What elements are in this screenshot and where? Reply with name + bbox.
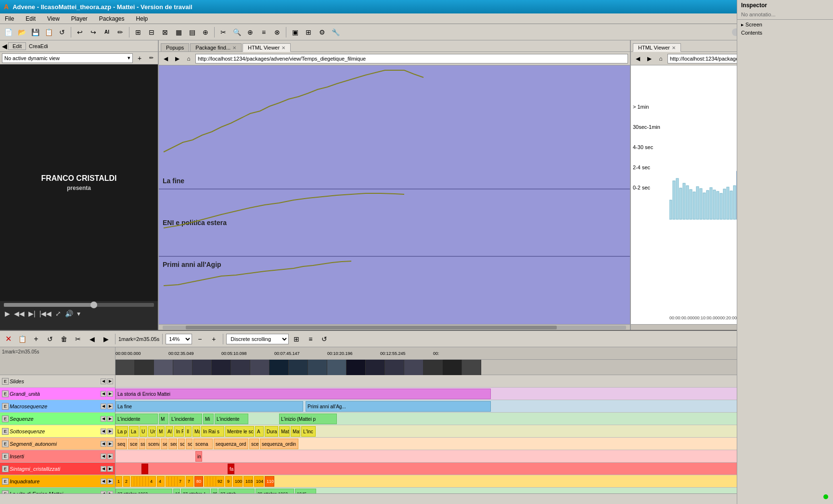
video-progress-bar[interactable] [4, 303, 154, 307]
track-seg-next[interactable]: ▶ [107, 441, 113, 447]
new-button[interactable]: 📄 [2, 26, 14, 38]
block-vita-3[interactable]: 27 ottobre 1 [181, 489, 210, 493]
more-button[interactable]: ▾ [76, 309, 81, 318]
block-sotto-2[interactable]: La [129, 426, 139, 437]
table-button[interactable]: ▤ [186, 26, 198, 38]
track-vita-edit[interactable]: E [2, 491, 9, 494]
block-seg-10[interactable]: sequenza_ord [214, 439, 248, 449]
track-inq-next[interactable]: ▶ [107, 479, 113, 484]
track-grandi-prev[interactable]: ◀ [101, 391, 106, 397]
menu-player[interactable]: Player [68, 14, 90, 23]
block-inq-10[interactable]: 4 [157, 476, 165, 487]
split-button[interactable]: ⊕ [199, 26, 212, 38]
open-button[interactable]: 📂 [15, 26, 28, 38]
block-macro-2[interactable]: Primi anni all'Ag... [306, 401, 491, 412]
menu-help[interactable]: Help [133, 14, 151, 23]
block-seq-5[interactable]: L'incidente [215, 414, 248, 424]
block-seg-6[interactable]: sequ [168, 439, 177, 449]
track-inq-edit[interactable]: E [2, 478, 9, 485]
block-sotto-15[interactable]: Matt [291, 426, 300, 437]
block-inq-25[interactable]: 103 [243, 476, 253, 487]
search-button[interactable]: 🔍 [231, 26, 243, 38]
timeline-prev-button[interactable]: ◀ [86, 333, 98, 345]
align-center-button[interactable]: ⊟ [145, 26, 158, 38]
block-seg-9[interactable]: scena [193, 439, 213, 449]
track-inquadrature[interactable]: E Inquadrature ◀ ▶ [0, 475, 115, 488]
track-vita-mattei[interactable]: E La vita di Enrico Mattei ◀ ▶ [0, 488, 115, 493]
block-sotto-1[interactable]: La p [115, 426, 128, 437]
block-vita-7[interactable]: 1945 [295, 489, 316, 493]
menu-view[interactable]: View [44, 14, 63, 23]
track-segmenti[interactable]: E Segmenti_autonomi ◀ ▶ [0, 438, 115, 450]
track-sotto-edit[interactable]: E [2, 428, 9, 435]
block-inq-16[interactable]: 7 [186, 476, 193, 487]
progress-thumb[interactable] [90, 302, 97, 308]
block-sotto-3[interactable]: U [140, 426, 147, 437]
track-ins-edit[interactable]: E [2, 453, 9, 460]
block-seq-4[interactable]: Mi [203, 414, 214, 424]
block-sint-1[interactable] [141, 464, 148, 474]
align-left-button[interactable]: ⊞ [132, 26, 144, 38]
block-seq-6[interactable]: L'inizio (Mattei p [279, 414, 337, 424]
block-inq-2[interactable]: 2 [123, 476, 130, 487]
grid-button[interactable]: ▦ [172, 26, 185, 38]
block-vita-6[interactable]: 28 ottobre 1962 [256, 489, 294, 493]
pencil-button[interactable]: ✏ [114, 26, 127, 38]
back-button[interactable]: ◀ [161, 54, 170, 63]
block-sotto-4[interactable]: Un [148, 426, 156, 437]
track-slides[interactable]: E Slides ◀ ▶ [0, 375, 115, 388]
zoom-select[interactable]: 14%25%50%100% [166, 334, 192, 344]
zoom-increase-button[interactable]: + [207, 333, 220, 345]
track-slides-prev[interactable]: ◀ [101, 378, 106, 384]
timeline-copy-button[interactable]: 📋 [16, 333, 28, 345]
block-seg-4[interactable]: scena [146, 439, 160, 449]
redo-button[interactable]: ↪ [87, 26, 100, 38]
tab-package-find[interactable]: Package find... ✕ [190, 43, 242, 51]
block-ins-1[interactable]: in [195, 451, 202, 462]
align-icon-button[interactable]: ≡ [304, 333, 317, 345]
block-inq-1[interactable]: 1 [115, 476, 122, 487]
track-sequenze[interactable]: E Sequenze ◀ ▶ [0, 413, 115, 425]
block-inq-15[interactable]: 7 [177, 476, 185, 487]
block-sotto-10[interactable]: In Rai s [201, 426, 224, 437]
track-grandi-unita[interactable]: E Grandi_unità ◀ ▶ [0, 388, 115, 400]
track-macrosequenze[interactable]: E Macrosequenze ◀ ▶ [0, 400, 115, 413]
block-sotto-9[interactable]: Ma [192, 426, 200, 437]
track-sotto-next[interactable]: ▶ [107, 428, 113, 434]
track-seg-edit[interactable]: E [2, 441, 9, 447]
block-seq-2[interactable]: M [159, 414, 168, 424]
block-sotto-12[interactable]: A [255, 426, 264, 437]
track-sottosequenze[interactable]: E Sottosequenze ◀ ▶ [0, 425, 115, 438]
block-sotto-13[interactable]: Dura [265, 426, 278, 437]
track-vita-prev[interactable]: ◀ [101, 491, 106, 494]
track-macro-edit[interactable]: E [2, 403, 9, 410]
fit-button[interactable]: ⊗ [271, 26, 283, 38]
track-inserti[interactable]: E Inserti ◀ ▶ [0, 450, 115, 463]
block-inq-27[interactable]: 110 [265, 476, 274, 487]
left-arrow-button[interactable]: ◀ [2, 42, 7, 50]
scroll-icon-button[interactable]: ⊞ [290, 333, 303, 345]
view1-button[interactable]: ▣ [289, 26, 301, 38]
forward-button[interactable]: ▶ [172, 54, 182, 63]
block-vita-2[interactable]: 19 [173, 489, 180, 493]
block-grandi-1[interactable]: La storia di Enrico Mattei [115, 389, 491, 399]
block-seq-1[interactable]: L'incidente [115, 414, 158, 424]
block-sotto-6[interactable]: Al [166, 426, 173, 437]
block-inq-23[interactable]: 9 [225, 476, 232, 487]
timeline-delete-button[interactable]: 🗑 [58, 333, 70, 345]
block-sotto-16[interactable]: L'Inc [301, 426, 316, 437]
right-forward-button[interactable]: ▶ [644, 54, 654, 63]
settings-button[interactable]: ⚙ [316, 26, 328, 38]
tools-button[interactable]: 🔧 [329, 26, 342, 38]
track-seq-edit[interactable]: E [2, 416, 9, 422]
track-macro-prev[interactable]: ◀ [101, 403, 106, 409]
timeline-add-button[interactable]: + [30, 333, 42, 345]
tab-html-viewer-mid-close[interactable]: ✕ [282, 45, 285, 50]
add-view-button[interactable]: + [135, 53, 144, 63]
block-seg-1[interactable]: seq [115, 439, 127, 449]
skip-end-button[interactable]: |◀◀ [38, 309, 53, 318]
home-button[interactable]: ⌂ [184, 54, 193, 63]
track-grandi-next[interactable]: ▶ [107, 391, 113, 397]
block-sotto-5[interactable]: M [157, 426, 165, 437]
block-inq-22[interactable]: 92 [216, 476, 224, 487]
